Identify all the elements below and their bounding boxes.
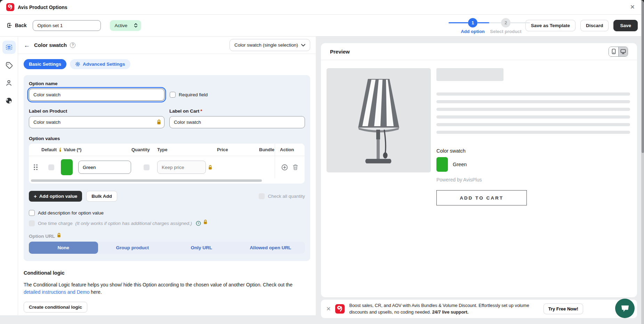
option-name-label: Option name	[29, 81, 305, 86]
conditional-logic-link[interactable]: detailed instructions and Demo	[24, 290, 89, 295]
mobile-view-button[interactable]	[609, 47, 618, 56]
banner-close-icon[interactable]: ✕	[326, 306, 331, 312]
desktop-view-button[interactable]	[618, 47, 628, 56]
option-type-value: Color swatch (single selection)	[234, 42, 298, 48]
option-values-title: Option values	[29, 136, 305, 141]
add-option-value-button[interactable]: + Add option value	[29, 191, 82, 202]
add-row-icon[interactable]	[281, 164, 288, 171]
help-icon[interactable]: ?	[70, 42, 75, 48]
option-url-only-url[interactable]: Only URL	[167, 242, 236, 254]
required-field-checkbox[interactable]	[170, 92, 176, 98]
app-title: Avis Product Options	[18, 5, 67, 10]
editor-back-arrow-icon[interactable]: ←	[24, 42, 30, 48]
rail-item-option-sets[interactable]	[2, 41, 16, 54]
option-url-none[interactable]: None	[29, 242, 98, 254]
chat-icon	[620, 304, 630, 313]
status-select[interactable]: Active	[110, 20, 141, 31]
drag-handle[interactable]	[34, 164, 38, 170]
editor-title: Color swatch	[34, 42, 67, 48]
titlebar: Avis Product Options ✕	[0, 0, 644, 15]
exit-icon	[6, 22, 13, 29]
table-horizontal-scrollbar[interactable]	[29, 178, 305, 183]
one-time-charge-checkbox	[29, 220, 35, 226]
save-as-template-button[interactable]: Save as Template	[525, 20, 575, 31]
step-1-circle[interactable]: 1 Add option	[468, 18, 477, 27]
person-icon	[5, 79, 13, 87]
preview-card: Preview	[321, 43, 637, 297]
step-2-circle[interactable]: 2 Select product	[501, 18, 510, 27]
plus-icon: +	[34, 193, 37, 199]
color-swatch-chip[interactable]	[61, 159, 73, 175]
option-value-row	[29, 156, 305, 178]
col-value: Value (*)	[64, 147, 136, 152]
type-input[interactable]	[157, 161, 206, 174]
value-input[interactable]	[78, 161, 131, 174]
option-url-allowed-open-url[interactable]: Allowed open URL	[236, 242, 305, 254]
powered-by-label: Powered by AvisPlus	[436, 177, 630, 183]
option-values-table: Default Value (*) Quantity Type Price Bu…	[29, 144, 305, 184]
required-field-label: Required field	[179, 92, 208, 97]
left-rail	[0, 37, 18, 315]
option-sets-icon	[5, 43, 13, 51]
page-scrollbar-thumb[interactable]	[642, 0, 644, 153]
skeleton-title	[436, 68, 504, 81]
conditional-logic-title: Conditional logic	[24, 270, 310, 276]
add-to-cart-button[interactable]: ADD TO CART	[436, 190, 527, 205]
delete-row-icon[interactable]	[292, 164, 298, 170]
toolbar: Back Active 1 Add option 2 Select produc…	[0, 15, 644, 37]
stepper: 1 Add option 2 Select product	[449, 18, 530, 27]
chat-launcher[interactable]	[615, 299, 635, 318]
monitor-icon	[620, 49, 626, 54]
banner-text: Boost sales, CR, and AOV with Avis Bundl…	[349, 302, 529, 315]
label-on-product-label: Label on Product	[29, 108, 164, 114]
close-icon[interactable]: ✕	[627, 3, 638, 11]
lock-icon	[203, 219, 208, 225]
step-2-label: Select product	[490, 29, 521, 34]
create-conditional-logic-button[interactable]: Create conditional logic	[24, 302, 87, 313]
tag-icon	[5, 62, 13, 69]
col-default: Default	[41, 147, 57, 152]
option-url-segmented: None Group product Only URL Allowed open…	[29, 242, 305, 254]
page-scrollbar[interactable]	[641, 0, 644, 324]
add-description-checkbox[interactable]	[29, 210, 35, 216]
label-on-product-input[interactable]	[29, 116, 164, 128]
lock-icon	[57, 233, 61, 238]
try-free-now-button[interactable]: Try Free Now!	[544, 303, 583, 314]
back-button[interactable]: Back	[6, 22, 26, 29]
option-url-group-product[interactable]: Group product	[98, 242, 167, 254]
option-type-dropdown[interactable]: Color swatch (single selection)	[230, 39, 310, 51]
app-logo-icon	[6, 3, 14, 11]
tab-basic-settings[interactable]: Basic Settings	[24, 59, 66, 69]
app-modal: Avis Product Options ✕ Back Active 1 Add…	[0, 0, 644, 324]
product-image	[327, 68, 431, 172]
gear-icon	[75, 62, 80, 67]
banner-logo-icon	[335, 304, 345, 314]
save-button[interactable]: Save	[613, 20, 638, 31]
option-set-name-input[interactable]	[33, 20, 101, 31]
label-on-cart-label: Label on Cart*	[169, 108, 305, 114]
preview-color-swatch[interactable]	[436, 157, 448, 172]
help-icon[interactable]: ?	[196, 221, 201, 226]
bulk-add-button[interactable]: Bulk Add	[86, 191, 117, 202]
tab-advanced-settings[interactable]: Advanced Settings	[70, 59, 130, 69]
status-select-value: Active	[114, 23, 127, 28]
lamp-illustration	[346, 77, 411, 164]
rail-item-globe[interactable]	[2, 94, 16, 107]
rail-item-customers[interactable]	[2, 76, 16, 89]
col-action: Action	[275, 144, 305, 156]
one-time-charge-label: One time charge (It only works if option…	[38, 221, 192, 226]
discard-button[interactable]: Discard	[580, 20, 609, 31]
basic-settings-section: Option name Required field Label on Prod…	[24, 75, 310, 261]
quantity-checkbox	[144, 164, 150, 170]
label-on-cart-input[interactable]	[169, 116, 305, 128]
add-description-label: Add description for option value	[38, 210, 104, 216]
col-type: Type	[157, 147, 216, 152]
conditional-logic-description: The Conditional Logic feature helps you …	[24, 281, 304, 296]
preview-swatch-name: Green	[453, 162, 467, 167]
col-price: Price	[216, 147, 259, 152]
option-name-input[interactable]	[29, 89, 164, 101]
check-all-quantity-checkbox	[259, 193, 265, 199]
col-bundle: Bundle p	[259, 147, 275, 152]
lock-icon	[59, 147, 61, 152]
rail-item-tags[interactable]	[2, 58, 16, 72]
